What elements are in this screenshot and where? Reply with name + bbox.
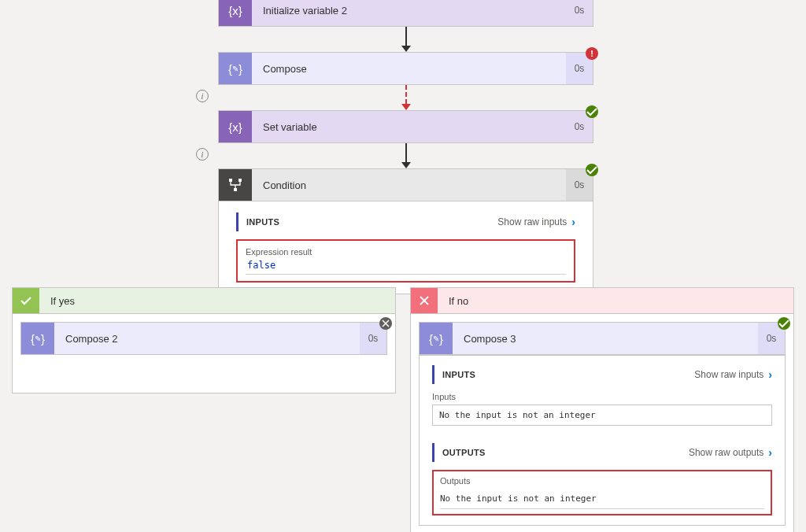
inputs-value: No the input is not an integer: [432, 405, 772, 426]
if-no-label: If no: [438, 288, 793, 313]
step-title: Set variable: [252, 111, 566, 142]
show-raw-inputs-link[interactable]: Show raw inputs ›: [694, 368, 772, 381]
initialize-variable-2-step[interactable]: {x} Initialize variable 2 0s: [218, 0, 593, 27]
if-yes-label: If yes: [39, 288, 395, 313]
success-badge-icon: [778, 317, 790, 330]
outputs-header-label: OUTPUTS: [442, 448, 486, 457]
skipped-badge-icon: [379, 317, 392, 330]
connector-arrow: i: [218, 85, 593, 110]
svg-rect-1: [238, 179, 242, 182]
compose-3-details-panel: INPUTS Show raw inputs › Inputs No the i…: [419, 355, 786, 526]
if-yes-header[interactable]: If yes: [12, 287, 396, 314]
set-variable-step[interactable]: {x} Set variable 0s: [218, 110, 593, 143]
outputs-field-label: Outputs: [440, 476, 764, 486]
info-icon[interactable]: i: [196, 148, 209, 161]
inputs-header-label: INPUTS: [442, 370, 475, 379]
connector-arrow: [218, 27, 593, 52]
svg-rect-2: [234, 188, 237, 191]
condition-step[interactable]: Condition 0s: [218, 168, 593, 201]
chevron-right-icon: ›: [571, 216, 575, 228]
condition-icon: [219, 169, 252, 201]
if-no-header[interactable]: If no: [410, 287, 794, 314]
expression-label: Expression result: [246, 247, 566, 257]
chevron-right-icon: ›: [768, 446, 772, 459]
check-icon: [13, 288, 39, 313]
success-badge-icon: [586, 105, 598, 118]
compose-icon: {✎}: [21, 323, 54, 354]
compose-icon: {✎}: [420, 323, 453, 354]
compose-2-step[interactable]: {✎} Compose 2 0s: [20, 322, 387, 355]
error-badge-icon: !: [586, 47, 598, 60]
inputs-field-label: Inputs: [432, 392, 772, 401]
step-title: Condition: [252, 169, 566, 201]
variable-icon: {x}: [219, 0, 252, 26]
step-title: Compose: [252, 53, 566, 84]
show-raw-inputs-link[interactable]: Show raw inputs ›: [497, 216, 575, 228]
condition-details-panel: INPUTS Show raw inputs › Expression resu…: [218, 201, 593, 294]
check-icon: [586, 107, 598, 116]
show-raw-outputs-link[interactable]: Show raw outputs ›: [689, 446, 772, 459]
connector-arrow: i: [218, 143, 593, 168]
step-duration: 0s: [566, 0, 593, 26]
step-title: Compose 2: [54, 323, 360, 354]
compose-step[interactable]: {✎} Compose 0s !: [218, 52, 593, 85]
compose-3-step[interactable]: {✎} Compose 3 0s: [419, 322, 786, 355]
step-title: Initialize variable 2: [252, 0, 566, 26]
outputs-highlight-box: Outputs No the input is not an integer: [432, 470, 772, 515]
outputs-value: No the input is not an integer: [440, 489, 764, 509]
success-badge-icon: [586, 164, 598, 176]
svg-rect-0: [229, 179, 232, 182]
chevron-right-icon: ›: [768, 368, 772, 381]
expression-value: false: [246, 257, 566, 275]
expression-result-box: Expression result false: [236, 239, 575, 283]
inputs-header-label: INPUTS: [246, 217, 279, 227]
compose-icon: {✎}: [219, 53, 252, 84]
info-icon[interactable]: i: [196, 90, 209, 102]
variable-icon: {x}: [219, 111, 252, 142]
step-title: Compose 3: [453, 323, 758, 354]
close-icon: [411, 288, 438, 313]
